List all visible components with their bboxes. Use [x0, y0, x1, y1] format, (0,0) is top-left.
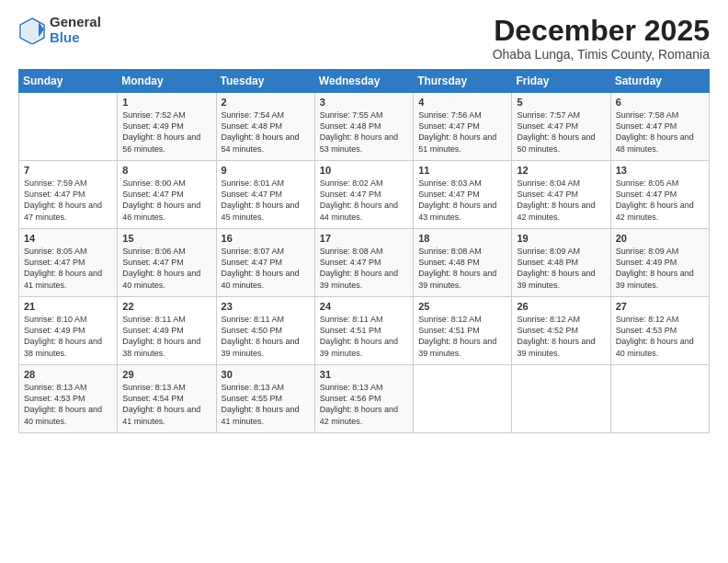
header: General Blue December 2025 Ohaba Lunga, … [18, 15, 710, 62]
cell-info: Sunrise: 8:11 AMSunset: 4:51 PMDaylight:… [320, 314, 408, 359]
month-title: December 2025 [493, 15, 710, 47]
calendar-cell: 20Sunrise: 8:09 AMSunset: 4:49 PMDayligh… [610, 229, 709, 297]
day-number: 17 [320, 233, 408, 244]
calendar-cell: 21Sunrise: 8:10 AMSunset: 4:49 PMDayligh… [19, 297, 118, 365]
day-number: 5 [517, 97, 605, 108]
calendar-cell: 16Sunrise: 8:07 AMSunset: 4:47 PMDayligh… [216, 229, 314, 297]
day-number: 4 [418, 97, 506, 108]
cell-info: Sunrise: 7:56 AMSunset: 4:47 PMDaylight:… [418, 109, 506, 155]
calendar-table: SundayMondayTuesdayWednesdayThursdayFrid… [18, 69, 710, 433]
calendar-cell: 27Sunrise: 8:12 AMSunset: 4:53 PMDayligh… [610, 297, 709, 365]
day-header-friday: Friday [512, 70, 610, 93]
cell-info: Sunrise: 8:00 AMSunset: 4:47 PMDaylight:… [122, 178, 210, 223]
cell-info: Sunrise: 7:57 AMSunset: 4:47 PMDaylight:… [517, 109, 605, 155]
cell-info: Sunrise: 8:04 AMSunset: 4:47 PMDaylight:… [517, 178, 605, 223]
day-number: 24 [320, 301, 408, 312]
calendar-cell: 15Sunrise: 8:06 AMSunset: 4:47 PMDayligh… [118, 229, 216, 297]
day-number: 27 [616, 301, 704, 312]
calendar-cell: 5Sunrise: 7:57 AMSunset: 4:47 PMDaylight… [512, 93, 610, 161]
calendar-cell: 8Sunrise: 8:00 AMSunset: 4:47 PMDaylight… [118, 161, 216, 229]
calendar-cell: 19Sunrise: 8:09 AMSunset: 4:48 PMDayligh… [512, 229, 610, 297]
calendar-cell: 14Sunrise: 8:05 AMSunset: 4:47 PMDayligh… [19, 229, 118, 297]
day-number: 7 [24, 165, 112, 176]
cell-info: Sunrise: 8:08 AMSunset: 4:48 PMDaylight:… [418, 246, 506, 291]
day-header-wednesday: Wednesday [314, 70, 413, 93]
cell-info: Sunrise: 8:12 AMSunset: 4:51 PMDaylight:… [418, 314, 506, 359]
day-header-monday: Monday [118, 70, 216, 93]
day-number: 6 [616, 97, 704, 108]
calendar-week-row: 21Sunrise: 8:10 AMSunset: 4:49 PMDayligh… [19, 297, 710, 365]
day-number: 8 [122, 165, 210, 176]
cell-info: Sunrise: 8:09 AMSunset: 4:48 PMDaylight:… [517, 246, 605, 291]
calendar-cell: 24Sunrise: 8:11 AMSunset: 4:51 PMDayligh… [314, 297, 413, 365]
day-number: 10 [320, 165, 408, 176]
day-number: 18 [418, 233, 506, 244]
day-number: 1 [122, 97, 210, 108]
cell-info: Sunrise: 8:05 AMSunset: 4:47 PMDaylight:… [24, 246, 112, 291]
calendar-cell: 22Sunrise: 8:11 AMSunset: 4:49 PMDayligh… [118, 297, 216, 365]
day-number: 12 [517, 165, 605, 176]
calendar-cell: 17Sunrise: 8:08 AMSunset: 4:47 PMDayligh… [314, 229, 413, 297]
calendar-cell: 1Sunrise: 7:52 AMSunset: 4:49 PMDaylight… [118, 93, 216, 161]
day-number: 26 [517, 301, 605, 312]
title-block: December 2025 Ohaba Lunga, Timis County,… [493, 15, 710, 62]
calendar-cell: 12Sunrise: 8:04 AMSunset: 4:47 PMDayligh… [512, 161, 610, 229]
day-number: 25 [418, 301, 506, 312]
day-number: 20 [616, 233, 704, 244]
cell-info: Sunrise: 7:59 AMSunset: 4:47 PMDaylight:… [24, 178, 112, 223]
calendar-cell: 6Sunrise: 7:58 AMSunset: 4:47 PMDaylight… [610, 93, 709, 161]
calendar-week-row: 14Sunrise: 8:05 AMSunset: 4:47 PMDayligh… [19, 229, 710, 297]
day-number: 19 [517, 233, 605, 244]
calendar-cell [512, 365, 610, 433]
cell-info: Sunrise: 7:58 AMSunset: 4:47 PMDaylight:… [616, 109, 704, 155]
cell-info: Sunrise: 8:10 AMSunset: 4:49 PMDaylight:… [24, 314, 112, 359]
cell-info: Sunrise: 8:08 AMSunset: 4:47 PMDaylight:… [320, 246, 408, 291]
cell-info: Sunrise: 7:52 AMSunset: 4:49 PMDaylight:… [122, 109, 210, 155]
day-number: 31 [320, 369, 408, 380]
day-number: 22 [122, 301, 210, 312]
cell-info: Sunrise: 8:13 AMSunset: 4:54 PMDaylight:… [122, 382, 210, 427]
day-number: 16 [222, 233, 310, 244]
logo-text: General Blue [50, 15, 101, 45]
day-number: 23 [222, 301, 310, 312]
cell-info: Sunrise: 7:54 AMSunset: 4:48 PMDaylight:… [222, 109, 310, 155]
day-number: 30 [222, 369, 310, 380]
logo: General Blue [18, 15, 101, 45]
calendar-cell: 30Sunrise: 8:13 AMSunset: 4:55 PMDayligh… [216, 365, 314, 433]
page: General Blue December 2025 Ohaba Lunga, … [0, 0, 728, 563]
cell-info: Sunrise: 8:03 AMSunset: 4:47 PMDaylight:… [418, 178, 506, 223]
cell-info: Sunrise: 8:09 AMSunset: 4:49 PMDaylight:… [616, 246, 704, 291]
calendar-cell [414, 365, 512, 433]
calendar-cell: 26Sunrise: 8:12 AMSunset: 4:52 PMDayligh… [512, 297, 610, 365]
calendar-cell: 9Sunrise: 8:01 AMSunset: 4:47 PMDaylight… [216, 161, 314, 229]
cell-info: Sunrise: 8:12 AMSunset: 4:53 PMDaylight:… [616, 314, 704, 359]
calendar-cell: 23Sunrise: 8:11 AMSunset: 4:50 PMDayligh… [216, 297, 314, 365]
day-number: 14 [24, 233, 112, 244]
cell-info: Sunrise: 8:12 AMSunset: 4:52 PMDaylight:… [517, 314, 605, 359]
day-number: 9 [222, 165, 310, 176]
calendar-cell: 31Sunrise: 8:13 AMSunset: 4:56 PMDayligh… [314, 365, 413, 433]
day-header-saturday: Saturday [610, 70, 709, 93]
day-number: 2 [222, 97, 310, 108]
subtitle: Ohaba Lunga, Timis County, Romania [493, 47, 710, 62]
logo-blue-text: Blue [50, 30, 101, 46]
calendar-week-row: 1Sunrise: 7:52 AMSunset: 4:49 PMDaylight… [19, 93, 710, 161]
calendar-week-row: 7Sunrise: 7:59 AMSunset: 4:47 PMDaylight… [19, 161, 710, 229]
calendar-cell: 28Sunrise: 8:13 AMSunset: 4:53 PMDayligh… [19, 365, 118, 433]
calendar-cell: 7Sunrise: 7:59 AMSunset: 4:47 PMDaylight… [19, 161, 118, 229]
cell-info: Sunrise: 8:07 AMSunset: 4:47 PMDaylight:… [222, 246, 310, 291]
calendar-cell: 2Sunrise: 7:54 AMSunset: 4:48 PMDaylight… [216, 93, 314, 161]
day-number: 15 [122, 233, 210, 244]
calendar-cell: 18Sunrise: 8:08 AMSunset: 4:48 PMDayligh… [414, 229, 512, 297]
day-header-tuesday: Tuesday [216, 70, 314, 93]
day-header-thursday: Thursday [414, 70, 512, 93]
cell-info: Sunrise: 8:13 AMSunset: 4:55 PMDaylight:… [222, 382, 310, 427]
calendar-cell: 3Sunrise: 7:55 AMSunset: 4:48 PMDaylight… [314, 93, 413, 161]
calendar-week-row: 28Sunrise: 8:13 AMSunset: 4:53 PMDayligh… [19, 365, 710, 433]
calendar-cell: 13Sunrise: 8:05 AMSunset: 4:47 PMDayligh… [610, 161, 709, 229]
calendar-cell: 29Sunrise: 8:13 AMSunset: 4:54 PMDayligh… [118, 365, 216, 433]
day-number: 13 [616, 165, 704, 176]
calendar-cell: 25Sunrise: 8:12 AMSunset: 4:51 PMDayligh… [414, 297, 512, 365]
day-number: 28 [24, 369, 112, 380]
logo-general-text: General [50, 15, 101, 30]
